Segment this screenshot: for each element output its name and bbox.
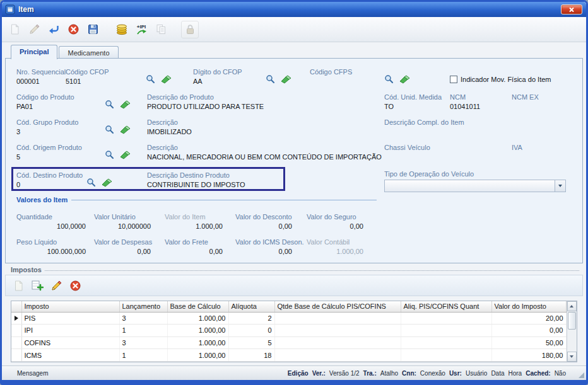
descricao-destino-value[interactable]: CONTRIBUINTE DO IMPOSTO [147, 181, 245, 188]
column-header-lancamento[interactable]: Lançamento [119, 301, 167, 312]
table-cell: IPI [21, 325, 119, 337]
new-button[interactable] [6, 21, 23, 38]
search-icon[interactable] [86, 178, 96, 187]
valor-seguro-value[interactable]: 0,00 [307, 222, 363, 230]
impostos-delete-button[interactable] [67, 277, 83, 294]
ipi-button[interactable]: +IPI [132, 21, 150, 38]
table-cell [274, 312, 401, 325]
digito-cfop-value[interactable]: AA [193, 78, 203, 85]
table-cell: ICMS [21, 349, 119, 362]
column-header-base[interactable]: Base de Cálculo [167, 301, 228, 312]
valores-item-title: Valores do Item [16, 196, 68, 204]
row-marker-cell [11, 336, 21, 349]
eraser-icon[interactable] [161, 75, 172, 84]
pencil-icon [50, 280, 62, 292]
cod-origem-produto-label: Cód. Origem Produto [16, 144, 82, 151]
chassi-veiculo-label: Chassi Veículo [384, 144, 430, 151]
scroll-down-button[interactable] [567, 352, 577, 362]
tab-principal[interactable]: Principal [11, 45, 57, 59]
cod-unid-medida-value[interactable]: TO [384, 103, 394, 110]
iva-label: IVA [512, 144, 522, 151]
table-cell: 1.000,00 [167, 325, 228, 337]
search-icon[interactable] [266, 74, 275, 84]
table-row[interactable]: COFINS 3 1.000,00 5 50,00 [11, 336, 566, 349]
descricao-origem-value[interactable]: NACIONAL, MERCADORIA OU BEM COM CONTEÚDO… [147, 153, 383, 161]
row-marker-cell [11, 349, 21, 362]
table-cell: 1.000,00 [167, 349, 228, 362]
descricao-compl-item-label: Descrição Compl. do Item [384, 118, 464, 126]
close-button[interactable] [561, 4, 582, 14]
search-icon[interactable] [105, 125, 114, 134]
eraser-icon[interactable] [120, 100, 131, 109]
nro-sequencial-value[interactable]: 000001 [16, 78, 40, 85]
cancel-button[interactable] [64, 21, 82, 38]
table-row[interactable]: IPI 1 1.000,00 0 0,00 [11, 325, 566, 337]
impostos-title: Impostos [11, 266, 42, 273]
search-icon[interactable] [105, 100, 114, 109]
search-icon[interactable] [105, 150, 114, 159]
table-cell [401, 312, 491, 325]
eraser-icon[interactable] [399, 75, 410, 84]
codigo-produto-value[interactable]: PA01 [16, 103, 33, 110]
scroll-thumb[interactable] [568, 312, 577, 330]
save-button[interactable] [84, 21, 102, 38]
cod-grupo-produto-value[interactable]: 3 [16, 128, 20, 135]
search-icon[interactable] [384, 74, 394, 84]
vertical-scrollbar[interactable] [567, 301, 577, 362]
column-header-imposto[interactable]: Imposto [21, 301, 119, 312]
impostos-new-button[interactable] [10, 277, 26, 294]
column-header-aliq-quant[interactable]: Aliq. PIS/COFINS Quant [401, 301, 491, 312]
valor-desconto-value[interactable]: 0,00 [235, 222, 292, 230]
tipo-operacao-select[interactable] [384, 180, 566, 192]
chevron-down-icon[interactable] [555, 180, 565, 192]
descricao-grupo-value[interactable]: IMOBILIZADO [147, 128, 192, 135]
impostos-edit-button[interactable] [48, 277, 64, 294]
table-row[interactable]: PIS 3 1.000,00 2 20,00 [11, 312, 566, 325]
eraser-icon[interactable] [120, 151, 131, 159]
table-cell: 50,00 [491, 336, 566, 349]
valor-frete-value[interactable]: 0,00 [165, 248, 223, 255]
destino-produto-lookup [86, 178, 112, 187]
table-cell: COFINS [21, 336, 119, 349]
column-header-valor[interactable]: Valor do Imposto [491, 301, 566, 312]
edit-button[interactable] [25, 21, 43, 38]
undo-button[interactable] [45, 21, 62, 38]
status-tra-label: Tra.: [363, 370, 377, 377]
column-header-aliquota[interactable]: Alíquota [228, 301, 274, 312]
descricao-origem-label: Descrição [147, 144, 178, 151]
copy-icon [155, 23, 167, 35]
copy-button[interactable] [152, 21, 170, 38]
impostos-insert-button[interactable] [29, 277, 45, 294]
column-header-qtde-base[interactable]: Qtde Base de Cálculo PIS/COFINS [274, 301, 401, 312]
selected-row-marker [15, 316, 18, 321]
valor-unitario-value[interactable]: 10,000000 [94, 222, 151, 230]
valor-icms-deson-value[interactable]: 0,00 [235, 248, 292, 255]
indicador-mov-checkbox[interactable] [450, 76, 457, 83]
quantidade-value[interactable]: 100,0000 [16, 222, 86, 230]
marker-column-header [11, 301, 21, 312]
descricao-produto-value[interactable]: PRODUTO UTILIZADO PARA TESTE [147, 103, 264, 110]
delete-icon [69, 280, 81, 292]
cod-destino-produto-value[interactable]: 0 [16, 181, 20, 188]
codigo-cfps-lookup [384, 74, 410, 84]
tab-medicamento[interactable]: Medicamento [59, 46, 118, 59]
table-row[interactable]: ICMS 1 1.000,00 18 180,00 [11, 349, 566, 362]
resize-grip[interactable] [579, 372, 584, 378]
ncm-value[interactable]: 01041011 [450, 103, 480, 110]
titlebar[interactable]: Item [2, 2, 586, 17]
scroll-up-button[interactable] [567, 301, 577, 311]
eraser-icon[interactable] [102, 178, 112, 187]
valor-despesas-value[interactable]: 0,00 [94, 248, 151, 255]
security-button[interactable] [181, 21, 199, 38]
valor-seguro-label: Valor do Seguro [307, 213, 356, 221]
peso-liquido-value[interactable]: 100.000,000 [16, 248, 86, 255]
codigo-cfop-value[interactable]: 5101 [66, 78, 81, 85]
valor-contabil-label: Valor Contábil [307, 238, 350, 246]
search-icon[interactable] [146, 74, 155, 84]
eraser-icon[interactable] [120, 125, 131, 134]
coins-button[interactable] [113, 21, 131, 38]
eraser-icon[interactable] [281, 75, 291, 84]
scroll-track[interactable] [567, 330, 577, 352]
cod-origem-produto-value[interactable]: 5 [16, 153, 20, 161]
add-record-icon [31, 279, 44, 292]
